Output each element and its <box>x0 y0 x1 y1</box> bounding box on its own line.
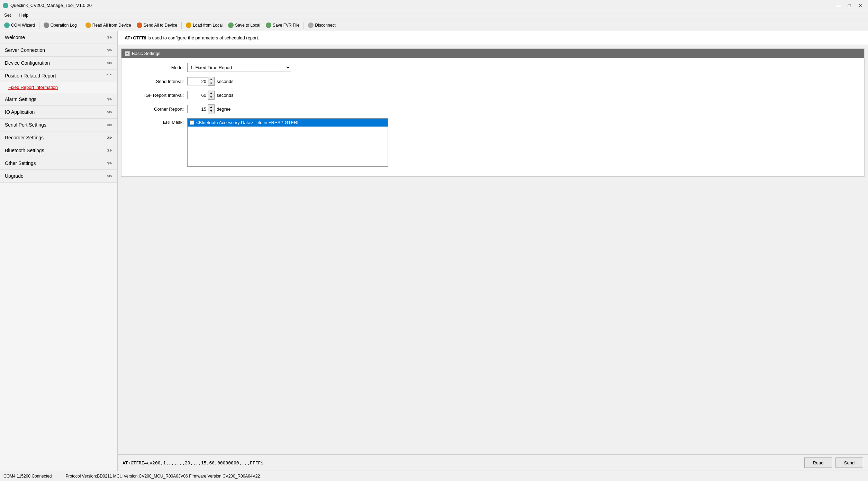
corner-report-spinner: 15 ▲ ▼ <box>187 104 215 113</box>
toolbar: COM Wizard Operation Log Read All from D… <box>0 19 868 31</box>
send-interval-unit: seconds <box>217 79 233 84</box>
sidebar-header-welcome[interactable]: Welcome ⋙ <box>0 31 117 44</box>
sidebar-label-position-report: Position Related Report <box>5 73 56 78</box>
collapse-icon[interactable]: − <box>125 51 130 56</box>
disconnect-icon <box>308 22 314 28</box>
com-wizard-icon <box>4 22 10 28</box>
igf-interval-up[interactable]: ▲ <box>208 91 214 95</box>
description-text: is used to configure the parameters of s… <box>148 35 259 40</box>
mode-row: Mode: 1: Fixed Time Report 0: Disable 2:… <box>128 63 857 72</box>
corner-report-row: Corner Report: 15 ▲ ▼ degree <box>128 104 857 113</box>
read-button[interactable]: Read <box>804 457 832 468</box>
menu-help[interactable]: Help <box>18 12 30 18</box>
sidebar-header-other[interactable]: Other Settings ⋙ <box>0 157 117 169</box>
sidebar-item-fixed-report[interactable]: Fixed Report Information <box>0 82 117 93</box>
close-button[interactable]: ✕ <box>856 2 865 9</box>
sidebar-header-recorder[interactable]: Recorder Settings ⋙ <box>0 131 117 144</box>
eri-checkbox-0[interactable] <box>190 120 194 125</box>
eri-listbox[interactable]: <Bluetooth Accessory Data> field in +RES… <box>187 118 388 167</box>
save-fvr-button[interactable]: Save FVR File <box>264 21 301 29</box>
connection-status: COM4,115200,Connected <box>3 474 52 479</box>
sidebar-header-alarm[interactable]: Alarm Settings ⋙ <box>0 93 117 105</box>
firmware-info: Protocol Version:BD0211 MCU Version:CV20… <box>65 474 260 479</box>
sidebar-label-recorder: Recorder Settings <box>5 135 44 140</box>
igf-interval-input[interactable]: 60 <box>187 91 208 99</box>
corner-report-input[interactable]: 15 <box>187 105 208 113</box>
sidebar-section-welcome: Welcome ⋙ <box>0 31 117 44</box>
send-button[interactable]: Send <box>835 457 863 468</box>
send-interval-control: 20 ▲ ▼ seconds <box>187 77 233 86</box>
send-all-label: Send All to Device <box>144 23 177 28</box>
basic-settings-header: − Basic Settings <box>121 49 864 58</box>
minimize-button[interactable]: — <box>833 2 843 9</box>
toolbar-sep-2 <box>81 22 81 29</box>
sidebar-header-bluetooth[interactable]: Bluetooth Settings ⋙ <box>0 144 117 157</box>
disconnect-button[interactable]: Disconnect <box>306 21 337 29</box>
sidebar-header-upgrade[interactable]: Upgrade ⋙ <box>0 170 117 182</box>
sidebar-header-serial[interactable]: Serial Port Settings ⋙ <box>0 119 117 131</box>
load-local-label: Load from Local <box>193 23 223 28</box>
igf-interval-label: IGF Report Interval: <box>128 93 184 98</box>
save-local-button[interactable]: Save to Local <box>226 21 262 29</box>
eri-item-label-0: <Bluetooth Accessory Data> field in +RES… <box>196 120 298 125</box>
mode-select[interactable]: 1: Fixed Time Report 0: Disable 2: Dista… <box>187 63 291 72</box>
eri-listbox-item-0[interactable]: <Bluetooth Accessory Data> field in +RES… <box>188 119 388 127</box>
igf-interval-down[interactable]: ▼ <box>208 95 214 99</box>
operation-log-button[interactable]: Operation Log <box>42 21 79 29</box>
igf-interval-spinner: 60 ▲ ▼ <box>187 91 215 100</box>
sidebar-header-io[interactable]: IO Application ⋙ <box>0 106 117 118</box>
load-local-button[interactable]: Load from Local <box>184 21 225 29</box>
sidebar-header-position-report[interactable]: Position Related Report ⌃⌃ <box>0 70 117 82</box>
sidebar-section-bluetooth: Bluetooth Settings ⋙ <box>0 144 117 157</box>
title-bar-controls: — □ ✕ <box>833 2 865 9</box>
com-wizard-label: COM Wizard <box>11 23 35 28</box>
save-fvr-icon <box>266 22 271 28</box>
toolbar-sep-1 <box>39 22 39 29</box>
command-text: AT+GTFRI=cv200,1,,,,,,,20,,,,15,60,00000… <box>123 460 801 465</box>
sidebar-section-alarm: Alarm Settings ⋙ <box>0 93 117 106</box>
send-all-button[interactable]: Send All to Device <box>135 21 179 29</box>
save-local-label: Save to Local <box>235 23 260 28</box>
menu-set[interactable]: Set <box>3 12 12 18</box>
chevron-down-icon-3: ⋙ <box>107 61 112 65</box>
corner-report-label: Corner Report: <box>128 107 184 112</box>
eri-mask-row: ERI Mask: <Bluetooth Accessory Data> fie… <box>128 118 857 167</box>
send-all-icon <box>137 22 142 28</box>
corner-report-up[interactable]: ▲ <box>208 105 214 109</box>
read-all-button[interactable]: Read All from Device <box>83 21 133 29</box>
sidebar-section-server-connection: Server Connection ⋙ <box>0 44 117 57</box>
description-bar: AT+GTFRI is used to configure the parame… <box>118 31 868 45</box>
send-interval-input[interactable]: 20 <box>187 77 208 85</box>
eri-mask-label: ERI Mask: <box>128 120 184 125</box>
send-interval-up[interactable]: ▲ <box>208 77 214 81</box>
igf-interval-control: 60 ▲ ▼ seconds <box>187 91 233 100</box>
title-bar-left: Queclink_CV200_Manage_Tool_V1.0.20 <box>3 3 92 8</box>
save-fvr-label: Save FVR File <box>273 23 299 28</box>
chevron-down-icon-7: ⋙ <box>107 135 112 140</box>
toolbar-sep-4 <box>304 22 304 29</box>
toolbar-sep-3 <box>181 22 182 29</box>
sidebar-section-serial: Serial Port Settings ⋙ <box>0 119 117 131</box>
basic-settings-content: Mode: 1: Fixed Time Report 0: Disable 2:… <box>121 58 864 176</box>
read-all-icon <box>85 22 91 28</box>
main-layout: Welcome ⋙ Server Connection ⋙ Device Con… <box>0 31 868 471</box>
send-interval-down[interactable]: ▼ <box>208 81 214 85</box>
basic-settings-title: Basic Settings <box>132 51 160 56</box>
corner-report-down[interactable]: ▼ <box>208 109 214 113</box>
sidebar-label-io: IO Application <box>5 109 35 115</box>
sidebar-header-server-connection[interactable]: Server Connection ⋙ <box>0 44 117 56</box>
corner-report-unit: degree <box>217 107 230 112</box>
igf-interval-unit: seconds <box>217 93 233 98</box>
operation-log-icon <box>44 22 49 28</box>
content-spacer <box>118 180 868 454</box>
sidebar-label-other: Other Settings <box>5 160 36 166</box>
sidebar-label-bluetooth: Bluetooth Settings <box>5 148 44 153</box>
chevron-down-icon: ⋙ <box>107 35 112 40</box>
load-local-icon <box>186 22 191 28</box>
app-title: Queclink_CV200_Manage_Tool_V1.0.20 <box>10 3 92 8</box>
com-wizard-button[interactable]: COM Wizard <box>2 21 37 29</box>
sidebar-header-device-config[interactable]: Device Configuration ⋙ <box>0 57 117 69</box>
chevron-down-icon-5: ⋙ <box>107 110 112 114</box>
sidebar-section-other: Other Settings ⋙ <box>0 157 117 170</box>
maximize-button[interactable]: □ <box>844 2 854 9</box>
